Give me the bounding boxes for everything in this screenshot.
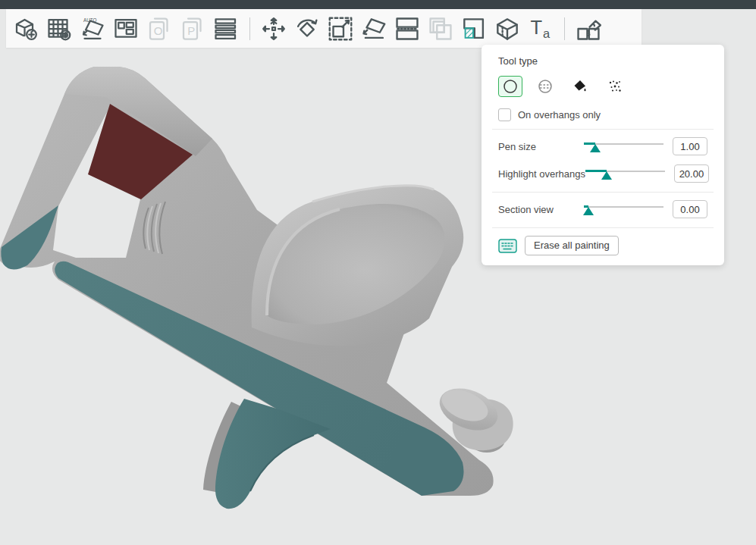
on-overhangs-only-checkbox[interactable]	[498, 108, 511, 121]
pen-size-value[interactable]: 1.00	[673, 137, 707, 155]
toolbar-separator	[249, 17, 250, 40]
sphere-tool-icon	[537, 78, 554, 95]
slider-thumb[interactable]	[601, 171, 612, 180]
highlight-overhangs-label: Highlight overhangs	[498, 168, 585, 180]
add-button[interactable]	[9, 12, 42, 45]
parts-glyph: P	[187, 24, 195, 37]
variable-layer-height-button[interactable]	[209, 12, 243, 45]
keyboard-shortcut-icon	[498, 239, 517, 253]
split-to-parts-button[interactable]: P	[176, 12, 209, 45]
scale-button[interactable]	[324, 12, 357, 45]
on-overhangs-only-row: On overhangs only	[498, 108, 707, 121]
slicer-app: { "app": { "topbar_color": "#3a4347", "c…	[0, 0, 756, 545]
lay-on-face-icon	[359, 14, 388, 43]
erase-all-painting-button[interactable]: Erase all painting	[525, 236, 619, 255]
tool-type-row	[498, 75, 707, 98]
split-to-objects-icon: O	[146, 15, 173, 42]
divider	[492, 192, 714, 193]
auto-orient-button[interactable]: AUTO	[76, 12, 109, 45]
split-to-objects-button[interactable]: O	[143, 12, 176, 45]
text-a-glyph: a	[543, 27, 551, 40]
mesh-boolean-button[interactable]	[424, 12, 457, 45]
main-toolbar: AUTO O P	[6, 9, 642, 48]
slider-rail	[584, 206, 663, 208]
tool-sphere-button[interactable]	[533, 76, 557, 97]
auto-orient-icon: AUTO	[79, 15, 106, 42]
window-top-bar	[0, 0, 756, 9]
objects-glyph: O	[154, 24, 163, 37]
move-button[interactable]	[257, 12, 290, 45]
scale-icon	[326, 14, 355, 43]
slider-thumb[interactable]	[583, 207, 594, 215]
seam-painting-icon	[493, 14, 522, 43]
model[interactable]	[0, 67, 513, 509]
add-icon	[12, 15, 39, 42]
pen-size-label: Pen size	[498, 141, 584, 152]
support-painting-button[interactable]	[457, 12, 491, 45]
section-view-value[interactable]: 0.00	[673, 200, 707, 218]
pen-size-row: Pen size 1.00	[498, 136, 707, 157]
fill-tool-icon	[572, 78, 588, 95]
divider	[492, 227, 714, 228]
cut-button[interactable]	[391, 12, 424, 45]
arrange-icon	[112, 15, 140, 42]
on-overhangs-only-label: On overhangs only	[518, 109, 601, 121]
text-T-glyph: T	[531, 16, 543, 37]
support-painting-panel: Tool type	[482, 45, 724, 265]
tool-gap-fill-button[interactable]	[603, 76, 627, 97]
gap-fill-tool-icon	[607, 78, 623, 95]
highlight-overhangs-value[interactable]: 20.00	[674, 164, 709, 183]
rotate-button[interactable]	[290, 12, 324, 45]
move-icon	[260, 15, 287, 42]
circle-tool-icon	[502, 78, 519, 95]
split-to-parts-icon: P	[179, 15, 206, 42]
section-view-row: Section view 0.00	[498, 199, 707, 220]
highlight-overhangs-row: Highlight overhangs 20.00	[498, 163, 707, 184]
pen-size-slider[interactable]	[584, 138, 663, 155]
seam-painting-button[interactable]	[491, 12, 524, 45]
add-plate-icon	[45, 15, 73, 42]
text-shape-button[interactable]: T a	[524, 12, 557, 45]
arrange-button[interactable]	[109, 12, 143, 45]
support-painting-icon	[460, 14, 488, 43]
assembly-icon	[574, 14, 603, 43]
erase-row: Erase all painting	[498, 235, 707, 256]
slider-thumb[interactable]	[590, 144, 601, 152]
tool-circle-button[interactable]	[498, 76, 522, 97]
section-view-label: Section view	[498, 204, 584, 215]
text-shape-icon: T a	[527, 15, 554, 42]
panel-title: Tool type	[498, 54, 707, 69]
add-plate-button[interactable]	[42, 12, 76, 45]
tool-fill-button[interactable]	[568, 76, 592, 97]
cut-icon	[393, 14, 422, 43]
variable-layer-height-icon	[212, 15, 240, 42]
rotate-icon	[293, 14, 322, 43]
divider	[492, 129, 714, 130]
toolbar-separator	[564, 17, 565, 40]
highlight-overhangs-slider[interactable]	[585, 165, 665, 182]
lay-on-face-button[interactable]	[357, 12, 391, 45]
mesh-boolean-icon	[426, 14, 455, 43]
section-view-slider[interactable]	[584, 201, 663, 218]
assembly-button[interactable]	[572, 12, 605, 45]
